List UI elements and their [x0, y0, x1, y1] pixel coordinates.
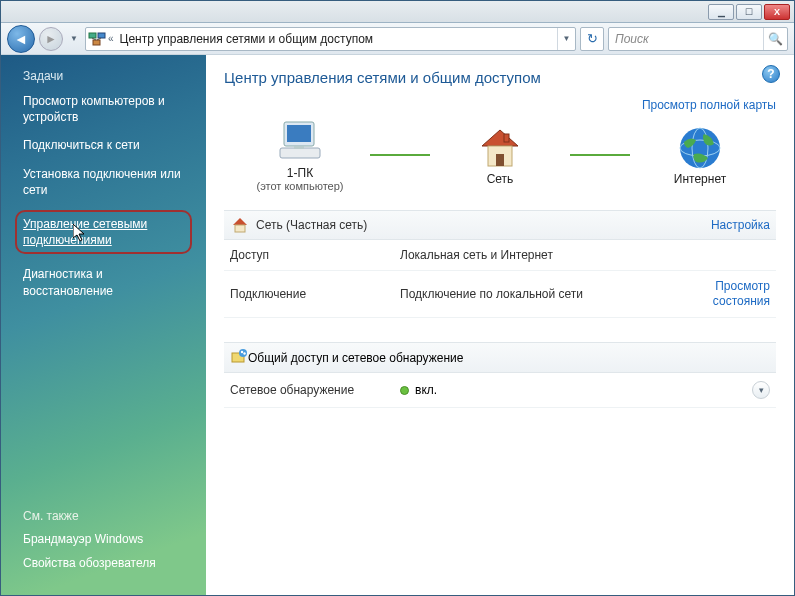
- section-title: Сеть (Частная сеть): [256, 218, 711, 232]
- svg-point-22: [243, 352, 245, 354]
- node-label: 1-ПК: [287, 166, 313, 180]
- node-this-pc: 1-ПК (этот компьютер): [230, 118, 370, 192]
- help-button[interactable]: ?: [762, 65, 780, 83]
- back-button[interactable]: ◄: [7, 25, 35, 53]
- row-key: Доступ: [230, 248, 400, 262]
- network-discovery-row: Сетевое обнаружение вкл. ▾: [224, 373, 776, 408]
- maximize-button[interactable]: ☐: [736, 4, 762, 20]
- network-center-icon: [86, 28, 108, 50]
- svg-rect-13: [504, 134, 509, 142]
- address-bar[interactable]: « Центр управления сетями и общим доступ…: [85, 27, 576, 51]
- arrow-left-icon: ◄: [14, 31, 28, 47]
- connection-line: [570, 154, 630, 156]
- refresh-button[interactable]: ↻: [580, 27, 604, 51]
- view-status-link[interactable]: Просмотр состояния: [680, 279, 770, 309]
- sidebar-item-manage-connections[interactable]: Управление сетевыми подключениями: [15, 210, 192, 254]
- sidebar: Задачи Просмотр компьютеров и устройств …: [1, 55, 206, 595]
- main-content: ? Центр управления сетями и общим доступ…: [206, 55, 794, 595]
- search-icon: 🔍: [763, 28, 787, 50]
- expand-button[interactable]: ▾: [752, 381, 770, 399]
- body: Задачи Просмотр компьютеров и устройств …: [1, 55, 794, 595]
- computer-icon: [274, 118, 326, 166]
- sidebar-item-setup-connection[interactable]: Установка подключения или сети: [23, 166, 188, 198]
- svg-marker-5: [73, 224, 84, 241]
- sidebar-item-connect-network[interactable]: Подключиться к сети: [23, 137, 188, 153]
- row-key: Подключение: [230, 287, 400, 301]
- history-dropdown[interactable]: ▼: [67, 34, 81, 43]
- node-network: Сеть: [430, 124, 570, 186]
- house-small-icon: [230, 215, 250, 235]
- svg-rect-0: [89, 33, 96, 38]
- sidebar-item-view-computers[interactable]: Просмотр компьютеров и устройств: [23, 93, 188, 125]
- node-label: Сеть: [487, 172, 514, 186]
- section-title: Общий доступ и сетевое обнаружение: [248, 351, 463, 365]
- access-row: Доступ Локальная сеть и Интернет: [224, 240, 776, 271]
- svg-rect-9: [294, 146, 304, 149]
- refresh-icon: ↻: [587, 31, 598, 46]
- sidebar-heading: Задачи: [23, 69, 188, 83]
- svg-rect-1: [98, 33, 105, 38]
- sidebar-see-also: См. также: [23, 509, 188, 523]
- address-dropdown[interactable]: ▼: [557, 28, 575, 50]
- address-text: Центр управления сетями и общим доступом: [116, 32, 557, 46]
- window: ▁ ☐ X ◄ ► ▼ « Центр управления сетями и …: [0, 0, 795, 596]
- status-on-icon: [400, 386, 409, 395]
- svg-point-21: [241, 351, 243, 353]
- navbar: ◄ ► ▼ « Центр управления сетями и общим …: [1, 23, 794, 55]
- globe-icon: [674, 124, 726, 172]
- house-icon: [474, 124, 526, 172]
- svg-rect-7: [287, 125, 311, 142]
- network-diagram: 1-ПК (этот компьютер) Сеть Интернет: [224, 118, 776, 192]
- svg-marker-17: [233, 218, 247, 225]
- svg-marker-10: [482, 130, 518, 146]
- svg-rect-2: [93, 40, 100, 45]
- customize-link[interactable]: Настройка: [711, 218, 770, 232]
- search-placeholder: Поиск: [609, 32, 763, 46]
- chevron-down-icon: ▾: [759, 385, 764, 395]
- svg-point-20: [239, 349, 247, 357]
- sharing-icon: [230, 347, 248, 368]
- forward-button[interactable]: ►: [39, 27, 63, 51]
- view-full-map-link[interactable]: Просмотр полной карты: [642, 98, 776, 112]
- svg-rect-8: [280, 148, 320, 158]
- breadcrumb-arrow-icon: «: [108, 33, 116, 44]
- titlebar: ▁ ☐ X: [1, 1, 794, 23]
- node-sublabel: (этот компьютер): [256, 180, 343, 192]
- help-icon: ?: [767, 67, 774, 81]
- row-value: Локальная сеть и Интернет: [400, 248, 770, 262]
- node-label: Интернет: [674, 172, 726, 186]
- network-section-header: Сеть (Частная сеть) Настройка: [224, 210, 776, 240]
- page-title: Центр управления сетями и общим доступом: [224, 69, 776, 86]
- cursor-icon: [73, 224, 87, 246]
- row-key: Сетевое обнаружение: [230, 383, 400, 397]
- minimize-button[interactable]: ▁: [708, 4, 734, 20]
- sharing-section-header: Общий доступ и сетевое обнаружение: [224, 342, 776, 373]
- connection-line: [370, 154, 430, 156]
- sidebar-item-diagnose[interactable]: Диагностика и восстановление: [23, 266, 188, 298]
- row-value: Подключение по локальной сети: [400, 287, 680, 301]
- svg-rect-18: [235, 225, 245, 232]
- search-box[interactable]: Поиск 🔍: [608, 27, 788, 51]
- row-value: вкл.: [415, 383, 437, 397]
- arrow-right-icon: ►: [45, 32, 57, 46]
- node-internet: Интернет: [630, 124, 770, 186]
- close-button[interactable]: X: [764, 4, 790, 20]
- svg-rect-12: [496, 154, 504, 166]
- connection-row: Подключение Подключение по локальной сет…: [224, 271, 776, 318]
- sidebar-item-internet-options[interactable]: Свойства обозревателя: [23, 555, 188, 571]
- sidebar-item-firewall[interactable]: Брандмауэр Windows: [23, 531, 188, 547]
